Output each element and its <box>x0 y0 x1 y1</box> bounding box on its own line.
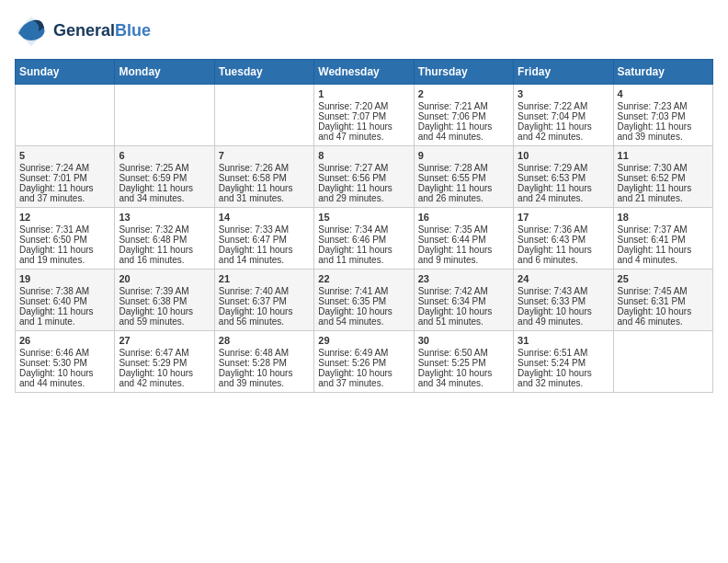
calendar-cell: 8Sunrise: 7:27 AMSunset: 6:56 PMDaylight… <box>314 146 414 208</box>
cell-info-line: Sunset: 6:55 PM <box>418 173 509 183</box>
cell-info-line: Daylight: 11 hours <box>518 245 609 255</box>
day-number: 31 <box>518 335 609 346</box>
calendar-cell <box>613 331 712 393</box>
day-number: 17 <box>518 212 609 223</box>
cell-info-line: Sunrise: 7:35 AM <box>418 224 509 235</box>
cell-info-line: Sunrise: 7:20 AM <box>318 101 409 111</box>
cell-info-line: Daylight: 11 hours <box>618 121 709 132</box>
cell-info-line: Sunset: 6:52 PM <box>618 173 709 183</box>
cell-info-line: Sunrise: 7:21 AM <box>418 101 509 111</box>
calendar-cell: 23Sunrise: 7:42 AMSunset: 6:34 PMDayligh… <box>414 270 513 331</box>
cell-info-line: Daylight: 11 hours <box>19 183 110 193</box>
cell-info-line: Sunset: 7:03 PM <box>618 111 709 121</box>
logo-text: GeneralBlue <box>53 22 151 40</box>
cell-info-line: Sunrise: 7:23 AM <box>618 101 709 111</box>
weekday-header: Monday <box>115 60 214 85</box>
day-number: 25 <box>618 273 709 284</box>
cell-info-line: Sunset: 6:44 PM <box>418 235 509 245</box>
calendar-header: SundayMondayTuesdayWednesdayThursdayFrid… <box>16 60 713 85</box>
day-number: 21 <box>219 273 310 284</box>
day-number: 7 <box>219 150 310 161</box>
page-header: GeneralBlue <box>15 15 713 48</box>
cell-info-line: Sunset: 6:58 PM <box>219 173 310 183</box>
cell-info-line: Daylight: 11 hours <box>19 306 110 316</box>
cell-info-line: Daylight: 11 hours <box>618 245 709 255</box>
calendar-cell: 22Sunrise: 7:41 AMSunset: 6:35 PMDayligh… <box>314 270 414 331</box>
calendar-cell: 9Sunrise: 7:28 AMSunset: 6:55 PMDaylight… <box>414 146 513 208</box>
cell-info-line: and 56 minutes. <box>219 316 310 327</box>
cell-info-line: Daylight: 11 hours <box>418 183 509 193</box>
day-number: 19 <box>19 273 110 284</box>
cell-info-line: and 39 minutes. <box>618 132 709 142</box>
cell-info-line: and 26 minutes. <box>418 193 509 203</box>
calendar-cell: 31Sunrise: 6:51 AMSunset: 5:24 PMDayligh… <box>514 331 613 393</box>
calendar-cell: 29Sunrise: 6:49 AMSunset: 5:26 PMDayligh… <box>314 331 414 393</box>
calendar-week-row: 26Sunrise: 6:46 AMSunset: 5:30 PMDayligh… <box>16 331 713 393</box>
cell-info-line: and 42 minutes. <box>119 378 210 388</box>
cell-info-line: Daylight: 11 hours <box>318 183 409 193</box>
day-number: 10 <box>518 150 609 161</box>
cell-info-line: Daylight: 11 hours <box>119 245 210 255</box>
cell-info-line: Sunrise: 7:31 AM <box>19 224 110 235</box>
calendar-week-row: 5Sunrise: 7:24 AMSunset: 7:01 PMDaylight… <box>16 146 713 208</box>
cell-info-line: Sunrise: 7:27 AM <box>318 163 409 173</box>
cell-info-line: Sunset: 6:41 PM <box>618 235 709 245</box>
cell-info-line: and 1 minute. <box>19 316 110 327</box>
cell-info-line: Sunrise: 7:43 AM <box>518 286 609 296</box>
cell-info-line: Sunset: 5:26 PM <box>318 358 409 368</box>
cell-info-line: Sunrise: 7:28 AM <box>418 163 509 173</box>
calendar-cell: 16Sunrise: 7:35 AMSunset: 6:44 PMDayligh… <box>414 208 513 270</box>
cell-info-line: Sunrise: 7:38 AM <box>19 286 110 296</box>
calendar-cell: 21Sunrise: 7:40 AMSunset: 6:37 PMDayligh… <box>214 270 313 331</box>
cell-info-line: Sunrise: 7:29 AM <box>518 163 609 173</box>
calendar-cell <box>16 85 115 146</box>
cell-info-line: Sunrise: 7:33 AM <box>219 224 310 235</box>
logo: GeneralBlue <box>15 15 151 48</box>
calendar-table: SundayMondayTuesdayWednesdayThursdayFrid… <box>15 59 713 393</box>
cell-info-line: Daylight: 11 hours <box>219 245 310 255</box>
cell-info-line: Sunrise: 7:30 AM <box>618 163 709 173</box>
day-number: 28 <box>219 335 310 346</box>
cell-info-line: and 54 minutes. <box>318 316 409 327</box>
calendar-cell: 20Sunrise: 7:39 AMSunset: 6:38 PMDayligh… <box>115 270 214 331</box>
cell-info-line: Sunrise: 7:42 AM <box>418 286 509 296</box>
cell-info-line: Sunrise: 7:26 AM <box>219 163 310 173</box>
day-number: 13 <box>119 212 210 223</box>
calendar-cell: 2Sunrise: 7:21 AMSunset: 7:06 PMDaylight… <box>414 85 513 146</box>
day-number: 4 <box>618 88 709 99</box>
weekday-row: SundayMondayTuesdayWednesdayThursdayFrid… <box>16 60 713 85</box>
day-number: 8 <box>318 150 409 161</box>
cell-info-line: Sunset: 5:28 PM <box>219 358 310 368</box>
cell-info-line: and 44 minutes. <box>418 132 509 142</box>
cell-info-line: Sunset: 5:29 PM <box>119 358 210 368</box>
cell-info-line: and 14 minutes. <box>219 255 310 265</box>
cell-info-line: and 31 minutes. <box>219 193 310 203</box>
calendar-week-row: 1Sunrise: 7:20 AMSunset: 7:07 PMDaylight… <box>16 85 713 146</box>
calendar-cell: 25Sunrise: 7:45 AMSunset: 6:31 PMDayligh… <box>613 270 712 331</box>
cell-info-line: Sunrise: 7:34 AM <box>318 224 409 235</box>
calendar-cell <box>115 85 214 146</box>
cell-info-line: Daylight: 10 hours <box>318 368 409 378</box>
calendar-cell: 27Sunrise: 6:47 AMSunset: 5:29 PMDayligh… <box>115 331 214 393</box>
day-number: 23 <box>418 273 509 284</box>
cell-info-line: Sunset: 7:06 PM <box>418 111 509 121</box>
day-number: 3 <box>518 88 609 99</box>
calendar-cell: 14Sunrise: 7:33 AMSunset: 6:47 PMDayligh… <box>214 208 313 270</box>
cell-info-line: Daylight: 11 hours <box>418 245 509 255</box>
day-number: 27 <box>119 335 210 346</box>
cell-info-line: Daylight: 10 hours <box>618 306 709 316</box>
day-number: 5 <box>19 150 110 161</box>
calendar-cell: 7Sunrise: 7:26 AMSunset: 6:58 PMDaylight… <box>214 146 313 208</box>
cell-info-line: Sunset: 6:56 PM <box>318 173 409 183</box>
cell-info-line: Sunset: 6:31 PM <box>618 296 709 306</box>
cell-info-line: Sunrise: 6:47 AM <box>119 348 210 358</box>
cell-info-line: Daylight: 11 hours <box>219 183 310 193</box>
cell-info-line: Sunset: 6:53 PM <box>518 173 609 183</box>
cell-info-line: Sunrise: 7:24 AM <box>19 163 110 173</box>
calendar-cell: 4Sunrise: 7:23 AMSunset: 7:03 PMDaylight… <box>613 85 712 146</box>
cell-info-line: Daylight: 10 hours <box>418 306 509 316</box>
cell-info-line: and 29 minutes. <box>318 193 409 203</box>
cell-info-line: Sunrise: 7:39 AM <box>119 286 210 296</box>
cell-info-line: Sunrise: 7:32 AM <box>119 224 210 235</box>
cell-info-line: Daylight: 10 hours <box>119 368 210 378</box>
